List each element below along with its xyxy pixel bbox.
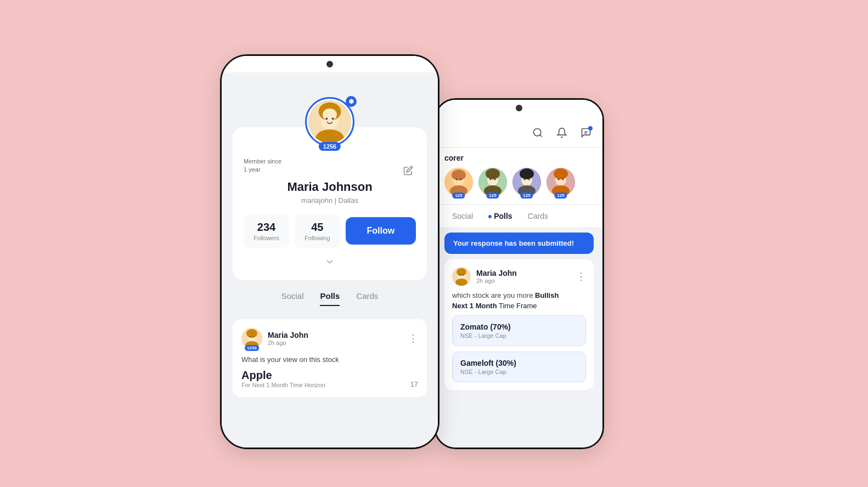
tab-cards[interactable]: Cards — [356, 291, 378, 306]
profile-name: Maria Johnson — [244, 180, 416, 194]
avatar-wrapper: 1256 — [305, 97, 354, 146]
followers-count: 234 — [253, 221, 279, 234]
svg-point-20 — [456, 179, 458, 180]
right-post-username: Maria John — [476, 269, 576, 278]
svg-point-45 — [463, 274, 464, 275]
bell-icon[interactable] — [554, 125, 570, 140]
svg-point-25 — [486, 168, 500, 179]
timeframe-prefix: Next 1 Month — [452, 302, 497, 310]
right-tab-cards[interactable]: Cards — [520, 205, 556, 227]
phone-camera — [326, 61, 333, 67]
right-post-user-info: Maria John 2h ago — [476, 269, 576, 284]
poll-option-1-sub: NSE - Large Cap — [460, 332, 578, 339]
right-post-question: which stock are you more Bullish — [452, 291, 586, 299]
member-since-label: Member since — [244, 157, 416, 166]
poll-option-2-label: Gameloft (30%) — [460, 359, 578, 367]
phone-left-content: 1256 Member since 1 year — [222, 56, 438, 448]
followers-label: Followers — [253, 235, 279, 241]
more-options-icon[interactable]: ⋮ — [408, 332, 418, 344]
right-post-avatar — [452, 267, 471, 286]
member-duration: 1 year — [244, 166, 416, 174]
right-header — [436, 116, 602, 147]
separator: | — [335, 196, 339, 205]
svg-point-32 — [524, 179, 526, 180]
active-tab-dot — [488, 215, 492, 218]
right-more-options-icon[interactable]: ⋮ — [576, 270, 586, 282]
gear-icon[interactable] — [346, 96, 357, 107]
chevron-down-icon[interactable] — [244, 256, 416, 269]
poll-option-2-sub: NSE - Large Cap — [460, 369, 578, 375]
right-post-avatar-wrapper — [452, 267, 471, 286]
right-tab-social[interactable]: Social — [444, 205, 481, 227]
svg-point-11 — [253, 336, 254, 337]
scorer-avatar-3[interactable]: 125 — [512, 168, 541, 196]
scorer-avatar-1[interactable]: 125 — [444, 168, 473, 196]
right-post-card: Maria John 2h ago ⋮ which stock are you … — [444, 259, 594, 390]
chat-icon[interactable] — [578, 125, 594, 140]
svg-point-5 — [332, 118, 334, 120]
tabs-right: Social Polls Cards — [436, 205, 602, 227]
post-header: 1256 Maria John 2h ago ⋮ — [241, 328, 418, 349]
right-phone-notch — [436, 100, 602, 116]
svg-point-21 — [460, 179, 462, 180]
svg-point-33 — [528, 179, 530, 180]
scorer-avatar-2[interactable]: 125 — [478, 168, 507, 196]
poll-option-1[interactable]: Zomato (70%) NSE - Large Cap — [452, 315, 586, 346]
phone-left: 1256 Member since 1 year — [220, 54, 439, 449]
following-label: Following — [305, 235, 330, 241]
followers-stat[interactable]: 234 Followers — [244, 214, 289, 248]
tabs-left: Social Polls Cards — [233, 291, 427, 311]
poll-option-2[interactable]: Gameloft (30%) NSE - Large Cap — [452, 352, 586, 382]
timeframe-suffix: Time Frame — [499, 302, 537, 310]
scorer-section: corer — [436, 148, 602, 204]
score-badge: 1256 — [319, 142, 341, 151]
post-card: 1256 Maria John 2h ago ⋮ What is your vi… — [233, 319, 427, 397]
stats-row: 234 Followers 45 Following Follow — [244, 214, 416, 248]
response-banner: Your response has been submitted! — [444, 233, 594, 254]
scorer-avatars: 125 125 — [444, 168, 594, 196]
vote-count: 17 — [410, 380, 418, 388]
svg-point-39 — [562, 179, 564, 180]
svg-line-14 — [540, 135, 542, 137]
post-bottom: Apple For Next 1 Month Time Horizon 17 — [241, 367, 418, 388]
scorer-title: corer — [444, 154, 594, 162]
scorer-badge-4: 125 — [554, 192, 567, 199]
phone-right: corer — [434, 98, 604, 449]
svg-point-9 — [246, 329, 257, 338]
post-avatar-wrapper: 1256 — [241, 328, 262, 349]
search-icon[interactable] — [530, 125, 545, 140]
scorer-badge-1: 125 — [452, 192, 465, 199]
tab-polls[interactable]: Polls — [320, 291, 340, 306]
right-post-time: 2h ago — [476, 278, 576, 284]
timeframe-text: Next 1 Month Time Frame — [452, 302, 586, 310]
right-phone-camera — [516, 105, 522, 111]
location-text: Dallas — [339, 196, 358, 205]
following-stat[interactable]: 45 Following — [295, 214, 340, 248]
post-question: What is your view on this stock — [241, 355, 418, 364]
profile-card: 1256 Member since 1 year — [233, 127, 427, 280]
svg-point-26 — [490, 179, 492, 180]
svg-point-43 — [456, 268, 466, 276]
right-post-header: Maria John 2h ago ⋮ — [452, 267, 586, 286]
avatar-image — [308, 100, 351, 143]
scorer-badge-2: 125 — [486, 192, 499, 199]
svg-point-13 — [534, 129, 541, 136]
phone-notch — [222, 56, 438, 72]
svg-point-19 — [452, 169, 466, 180]
svg-point-27 — [494, 179, 496, 180]
poll-option-1-label: Zomato (70%) — [460, 322, 578, 331]
scorer-avatar-4[interactable]: 125 — [546, 168, 575, 196]
follow-button[interactable]: Follow — [346, 217, 416, 245]
phone-right-content: corer — [436, 100, 602, 448]
post-stock-name: Apple — [241, 369, 325, 382]
edit-icon[interactable] — [401, 163, 416, 178]
profile-handle: mariajohn | Dallas — [244, 196, 416, 205]
tab-social[interactable]: Social — [281, 291, 304, 306]
right-tab-polls[interactable]: Polls — [481, 205, 520, 227]
svg-point-10 — [250, 336, 251, 337]
svg-point-3 — [323, 109, 337, 121]
handle-text[interactable]: mariajohn — [301, 196, 332, 205]
question-prefix: which stock are you more — [452, 291, 533, 299]
svg-point-31 — [520, 168, 534, 179]
post-stock-sub: For Next 1 Month Time Horizon — [241, 382, 325, 388]
